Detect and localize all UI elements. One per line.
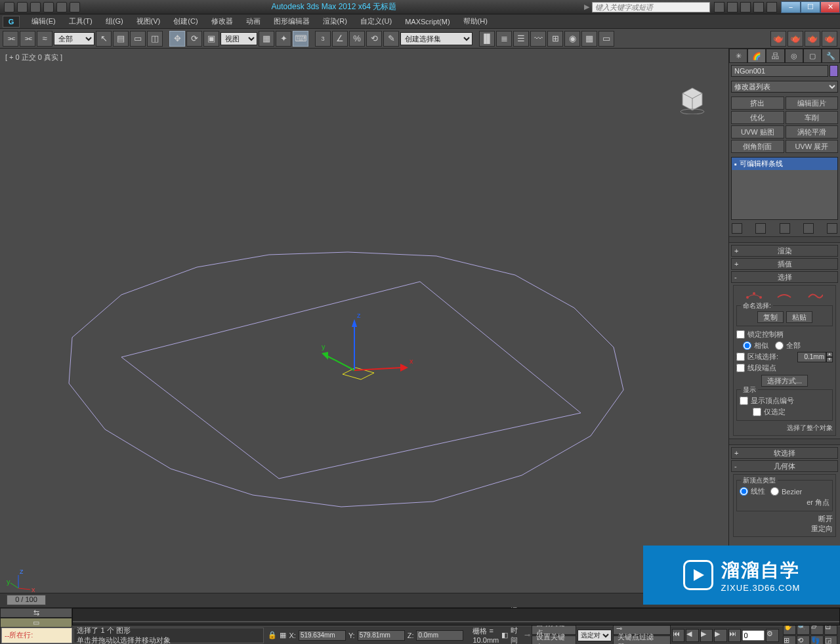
walk-icon[interactable]: 👣 — [810, 635, 824, 644]
unlink-icon[interactable]: ⫘ — [20, 31, 35, 47]
rotate-icon[interactable]: ⟳ — [186, 31, 202, 47]
tab-create-icon[interactable]: ✳ — [729, 49, 747, 63]
next-frame-icon[interactable]: ▶ — [714, 629, 727, 642]
menu-grapheditors[interactable]: 图形编辑器 — [267, 14, 316, 28]
percent-snap-icon[interactable]: % — [349, 31, 365, 47]
bind-spacewarp-icon[interactable]: ≈ — [37, 31, 52, 47]
angle-snap-icon[interactable]: ∠ — [332, 31, 348, 47]
btn-turbosmooth[interactable]: 涡轮平滑 — [786, 125, 839, 139]
qat-undo-icon[interactable] — [43, 2, 54, 12]
named-selection-dropdown[interactable]: 创建选择集 — [400, 32, 472, 45]
rollout-render[interactable]: +渲染 — [731, 245, 838, 257]
menu-group[interactable]: 组(G) — [99, 14, 130, 28]
layer-manager-icon[interactable]: ☰ — [513, 31, 529, 47]
menu-edit[interactable]: 编辑(E) — [25, 14, 62, 28]
menu-help[interactable]: 帮助(H) — [457, 14, 494, 28]
key-filters-selset[interactable]: 选定对 — [578, 630, 612, 641]
window-crossing-icon[interactable]: ◫ — [147, 31, 163, 47]
app-menu-button[interactable]: G — [3, 16, 20, 28]
key-mode-icon[interactable]: ⊸ — [524, 631, 530, 639]
trackbar-mini-icon[interactable]: ▭ — [0, 618, 72, 628]
relative-radio[interactable] — [743, 341, 751, 350]
vertex-subobject-icon[interactable] — [746, 291, 762, 300]
segment-subobject-icon[interactable] — [776, 291, 792, 300]
menu-tools[interactable]: 工具(T) — [62, 14, 99, 28]
render-iter-icon[interactable]: 🫖 — [788, 31, 803, 47]
rollout-softselection[interactable]: +软选择 — [731, 447, 838, 459]
qat-save-icon[interactable] — [30, 2, 41, 12]
time-tag-icon[interactable]: ◧ — [501, 631, 508, 639]
maxscript-listener[interactable]: -- 所在行: — [1, 628, 72, 643]
abs-rel-icon[interactable]: ▦ — [280, 631, 286, 639]
qat-more-icon[interactable] — [70, 2, 80, 12]
configure-sets-icon[interactable] — [827, 223, 837, 234]
spline-subobject-icon[interactable] — [807, 291, 823, 300]
spin-down-icon[interactable]: ▼ — [826, 357, 833, 362]
panel-divider-2[interactable] — [729, 439, 840, 445]
manipulate-icon[interactable]: ✦ — [276, 31, 291, 47]
orbit-icon[interactable]: ⟲ — [797, 635, 810, 644]
pivot-center-icon[interactable]: ▦ — [259, 31, 274, 47]
close-button[interactable]: ✕ — [820, 1, 840, 13]
trackbar-track[interactable] — [72, 608, 840, 626]
spin-up-icon[interactable]: ▲ — [826, 352, 833, 357]
coord-y-input[interactable] — [358, 630, 405, 641]
btn-bevelprofile[interactable]: 倒角剖面 — [731, 140, 784, 153]
goto-start-icon[interactable]: ⏮ — [672, 629, 685, 642]
help-search-input[interactable] — [592, 2, 710, 12]
modifier-list-dropdown[interactable]: 修改器列表 — [731, 81, 838, 93]
menu-rendering[interactable]: 渲染(R) — [316, 14, 354, 28]
help-icon[interactable] — [766, 2, 777, 12]
time-slider-thumb[interactable]: 0 / 100 — [7, 595, 46, 605]
show-end-icon[interactable] — [755, 223, 766, 234]
move-icon[interactable]: ✥ — [169, 31, 185, 47]
scale-icon[interactable]: ▣ — [203, 31, 219, 47]
all-radio[interactable] — [775, 341, 784, 350]
menu-animation[interactable]: 动画 — [240, 14, 267, 28]
render-last-icon[interactable]: 🫖 — [822, 31, 837, 47]
selection-filter-dropdown[interactable]: 全部 — [54, 32, 94, 45]
btn-lathe[interactable]: 车削 — [786, 111, 839, 124]
select-by-button[interactable]: 选择方式... — [761, 375, 808, 387]
tab-motion-icon[interactable]: ◎ — [785, 49, 803, 63]
keyboard-shortcut-icon[interactable]: ⌨ — [293, 31, 308, 47]
minimize-button[interactable]: − — [781, 1, 801, 13]
select-object-icon[interactable]: ↖ — [96, 31, 112, 47]
material-editor-icon[interactable]: ◉ — [564, 31, 580, 47]
coord-z-input[interactable] — [416, 630, 463, 641]
tab-hierarchy-icon[interactable]: 品 — [766, 49, 784, 63]
viewport-canvas[interactable]: z y x z y x — [0, 49, 728, 593]
menu-create[interactable]: 创建(C) — [167, 14, 204, 28]
viewcube-icon[interactable] — [676, 81, 709, 114]
ref-coord-dropdown[interactable]: 视图 — [220, 32, 257, 45]
segment-end-checkbox[interactable] — [736, 364, 745, 372]
rollout-selection[interactable]: -选择 — [731, 271, 838, 283]
goto-end-icon[interactable]: ⏭ — [728, 629, 742, 642]
qat-redo-icon[interactable] — [56, 2, 67, 12]
selected-only-checkbox[interactable] — [753, 408, 761, 416]
pin-stack-icon[interactable] — [732, 223, 742, 234]
btn-uvwmap[interactable]: UVW 贴图 — [731, 125, 784, 139]
zoom-all-icon[interactable]: ⊞ — [783, 635, 796, 644]
star-icon[interactable] — [740, 2, 751, 12]
snap-3d-icon[interactable]: 3 — [315, 31, 331, 47]
show-vertex-num-checkbox[interactable] — [740, 397, 748, 405]
time-config-icon[interactable]: ⚙ — [766, 629, 779, 642]
tab-display-icon[interactable]: ▢ — [803, 49, 822, 63]
remove-mod-icon[interactable] — [803, 223, 814, 234]
lock-selection-icon[interactable]: 🔒 — [268, 631, 277, 639]
align-icon[interactable]: ≣ — [496, 31, 512, 47]
schematic-view-icon[interactable]: ⊞ — [547, 31, 563, 47]
rollout-geometry[interactable]: -几何体 — [731, 460, 838, 472]
keyfilter-button[interactable]: 关键点过滤器... — [613, 635, 670, 644]
viewport-label[interactable]: [ + 0 正交 0 真实 ] — [5, 53, 62, 62]
select-by-name-icon[interactable]: ▤ — [113, 31, 129, 47]
mirror-icon[interactable]: ▐▌ — [479, 31, 495, 47]
exchange-icon[interactable] — [753, 2, 764, 12]
current-frame-input[interactable] — [742, 630, 765, 641]
menu-modifiers[interactable]: 修改器 — [205, 14, 240, 28]
bezier-radio[interactable] — [770, 487, 779, 496]
plus-icon[interactable]: ▪ — [734, 160, 737, 168]
tab-utilities-icon[interactable]: 🔧 — [822, 49, 840, 63]
area-select-checkbox[interactable] — [736, 353, 745, 361]
